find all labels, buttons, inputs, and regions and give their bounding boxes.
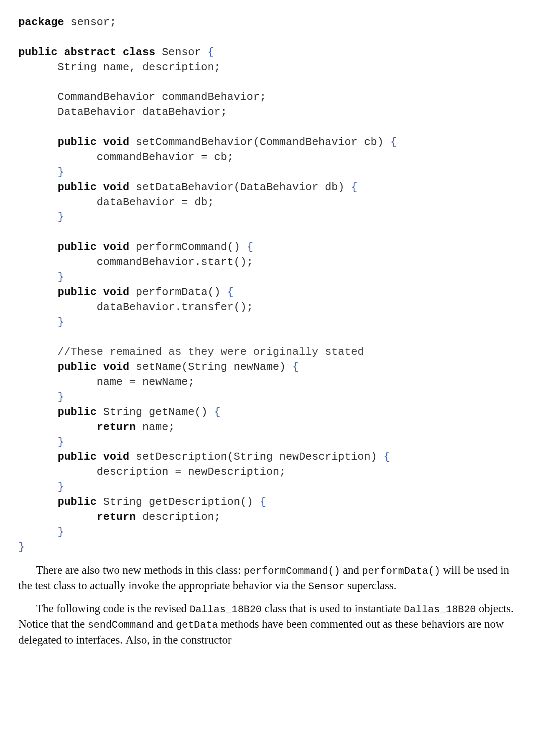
body-text: class that is used to instantiate	[262, 602, 404, 615]
inline-code: getData	[176, 619, 218, 631]
brace-open: {	[260, 496, 266, 508]
brace-open: {	[384, 451, 390, 463]
keyword-return: return	[97, 421, 136, 433]
keyword-return: return	[97, 511, 136, 523]
code-text	[18, 496, 58, 508]
code-text	[18, 391, 58, 403]
code-text: String getName()	[97, 406, 214, 418]
code-text	[18, 211, 58, 223]
keyword-public-void: public void	[58, 181, 130, 193]
code-text	[18, 526, 58, 538]
body-paragraph-2: The following code is the revised Dallas…	[18, 601, 517, 648]
code-text	[18, 436, 58, 448]
inline-code: sendCommand	[88, 619, 154, 631]
brace-close: }	[58, 436, 64, 448]
code-text: dataBehavior.transfer();	[18, 301, 253, 313]
code-comment: //These remained as they were originally…	[18, 346, 364, 358]
keyword-class-decl: public abstract class	[18, 46, 155, 59]
brace-close: }	[18, 541, 25, 553]
brace-open: {	[227, 286, 234, 298]
code-text: commandBehavior = cb;	[18, 151, 234, 163]
inline-code: Sensor	[308, 581, 344, 592]
inline-code: Dallas_18B20	[404, 604, 476, 615]
code-text: String getDescription()	[97, 496, 260, 508]
code-text	[18, 136, 58, 148]
brace-close: }	[58, 391, 64, 403]
inline-code: performData()	[362, 565, 440, 577]
code-text	[18, 511, 97, 523]
code-text: String name, description;	[18, 61, 221, 74]
keyword-public-void: public void	[58, 136, 130, 148]
body-text: superclass.	[344, 579, 396, 592]
code-text: CommandBehavior commandBehavior;	[18, 91, 266, 103]
code-text: description = newDescription;	[18, 466, 286, 478]
brace-open: {	[247, 241, 253, 253]
code-text	[18, 481, 58, 493]
code-listing: package sensor; public abstract class Se…	[18, 15, 517, 555]
code-text: Sensor	[155, 46, 208, 59]
body-text: and	[340, 564, 362, 576]
code-text: name = newName;	[18, 376, 194, 388]
code-text: sensor;	[64, 16, 116, 28]
body-text: The following code is the revised	[36, 602, 189, 615]
brace-open: {	[214, 406, 221, 418]
code-text: setDescription(String newDescription)	[129, 451, 384, 463]
code-text: DataBehavior dataBehavior;	[18, 106, 227, 118]
code-text	[18, 286, 58, 298]
code-text	[18, 421, 97, 433]
code-text: dataBehavior = db;	[18, 196, 214, 209]
code-text	[18, 316, 58, 328]
code-text	[18, 451, 58, 463]
code-text: setCommandBehavior(CommandBehavior cb)	[129, 136, 390, 148]
keyword-package: package	[18, 16, 64, 28]
keyword-public-void: public void	[58, 286, 130, 298]
brace-close: }	[58, 481, 64, 493]
brace-open: {	[207, 46, 214, 59]
code-text: name;	[136, 421, 175, 433]
inline-code: performCommand()	[244, 565, 340, 577]
body-paragraph-1: There are also two new methods in this c…	[18, 563, 517, 594]
code-text: performCommand()	[129, 241, 247, 253]
code-text: description;	[136, 511, 221, 523]
code-text	[18, 406, 58, 418]
brace-close: }	[58, 316, 64, 328]
code-text: setDataBehavior(DataBehavior db)	[129, 181, 351, 193]
code-text: setName(String newName)	[129, 361, 292, 373]
brace-close: }	[58, 271, 64, 283]
keyword-public: public	[58, 496, 97, 508]
inline-code: Dallas_18B20	[189, 604, 262, 615]
brace-open: {	[390, 136, 397, 148]
code-text	[18, 166, 58, 178]
brace-close: }	[58, 166, 64, 178]
code-text	[18, 241, 58, 253]
brace-close: }	[58, 211, 64, 223]
code-text: commandBehavior.start();	[18, 256, 253, 268]
keyword-public-void: public void	[58, 241, 130, 253]
brace-open: {	[292, 361, 299, 373]
keyword-public-void: public void	[58, 451, 130, 463]
keyword-public: public	[58, 406, 97, 418]
keyword-public-void: public void	[58, 361, 130, 373]
code-text	[18, 181, 58, 193]
code-text: performData()	[129, 286, 227, 298]
code-text	[18, 271, 58, 283]
code-text	[18, 361, 58, 373]
brace-open: {	[351, 181, 358, 193]
brace-close: }	[58, 526, 64, 538]
body-text: and	[154, 618, 176, 630]
body-text: There are also two new methods in this c…	[36, 564, 244, 576]
